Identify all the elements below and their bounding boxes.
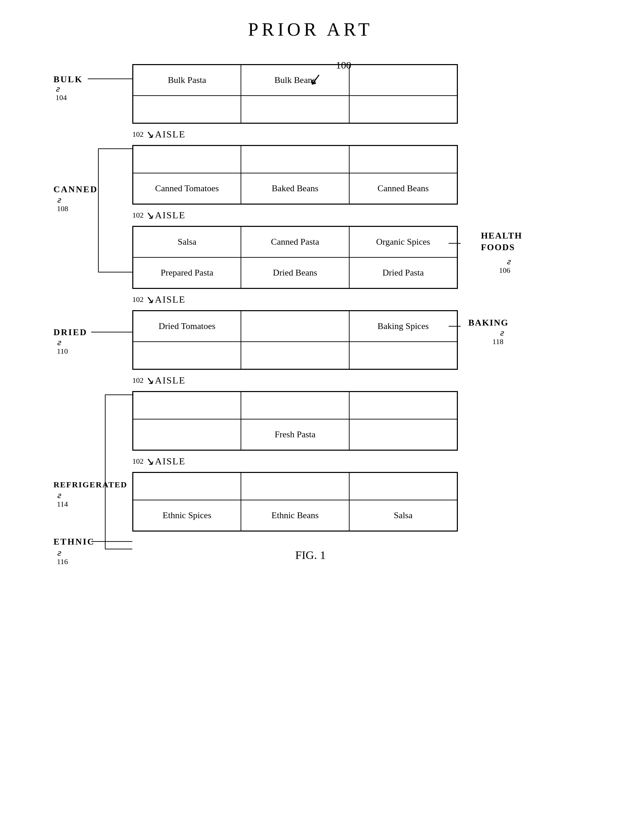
- prepared-pasta: Prepared Pasta: [133, 257, 241, 288]
- dried-pasta: Dried Pasta: [349, 257, 457, 288]
- bulk-label: BULK: [53, 74, 83, 85]
- aisle-4: 102 ↘ AISLE: [132, 374, 568, 387]
- canned-bracket-v: [98, 148, 99, 272]
- canned-top-empty3: [349, 146, 457, 173]
- canned-tomatoes: Canned Tomatoes: [133, 173, 241, 204]
- refrigerated-zigzag: ƨ: [57, 491, 61, 500]
- refrig-bracket-v: [105, 395, 106, 549]
- canned-ref: 108: [57, 204, 68, 213]
- refrigerated-label: REFRIGERATED: [53, 480, 127, 489]
- baking-arrow: [448, 326, 460, 327]
- refrigerated-shelf-top: Fresh Pasta: [132, 391, 458, 451]
- health-foods-label: HEALTHFOODS: [481, 230, 522, 253]
- bulk-cell-pasta: Bulk Pasta: [133, 65, 241, 95]
- canned-top-empty2: [241, 146, 349, 173]
- refrig-bracket-h-bot: [105, 549, 132, 549]
- canned-zigzag: ƨ: [57, 196, 61, 204]
- canned-shelf-top: Canned Tomatoes Baked Beans Canned Beans: [132, 145, 458, 204]
- organic-spices: Organic Spices: [349, 227, 457, 257]
- aisle-5: 102 ↘ AISLE: [132, 455, 568, 468]
- eth-empty3: [349, 472, 457, 500]
- fig-label: FIG. 1: [53, 549, 568, 562]
- canned-bracket-h-bot: [98, 272, 132, 272]
- bulk-arrow-line: [88, 79, 132, 79]
- refrigerated-ref: 114: [57, 500, 68, 509]
- dried-empty1: [133, 342, 241, 369]
- dried-ref: 110: [57, 347, 68, 356]
- dried-empty3: [349, 342, 457, 369]
- dried-shelf: Dried Tomatoes Baking Spices BAKING ƨ 11…: [132, 310, 458, 370]
- eth-empty2: [241, 472, 349, 500]
- bulk-cell-beans: Bulk Beans: [241, 65, 349, 95]
- canned-shelf-bottom: Salsa Canned Pasta Organic Spices Prepar…: [132, 226, 458, 289]
- fresh-pasta: Fresh Pasta: [241, 419, 349, 450]
- dried-beans: Dried Beans: [241, 257, 349, 288]
- ethnic-arrow-line: [91, 541, 132, 542]
- hf-arrow: [448, 243, 460, 244]
- refrigerated-section: Fresh Pasta 102 ↘ AISLE REFRIGERATED ƨ 1…: [53, 391, 568, 531]
- baked-beans: Baked Beans: [241, 173, 349, 204]
- ref-fresh-empty1: [133, 419, 241, 450]
- ethnic-shelf: Ethnic Spices Ethnic Beans Salsa: [132, 472, 458, 531]
- page-title: PRIOR ART: [0, 19, 621, 40]
- bulk-ref: 104: [56, 93, 67, 102]
- bulk-cell-empty4: [349, 95, 457, 123]
- ethnic-beans: Ethnic Beans: [241, 500, 349, 531]
- ref-top-empty3: [349, 392, 457, 419]
- bulk-zigzag: ƨ: [56, 85, 59, 94]
- ethnic-salsa: Salsa: [349, 500, 457, 531]
- health-foods-zigzag: ƨ: [506, 257, 510, 266]
- bulk-cell-empty2: [133, 95, 241, 123]
- baking-label: BAKING: [468, 318, 509, 328]
- ethnic-label: ETHNIC: [53, 537, 95, 547]
- baking-spices: Baking Spices: [349, 311, 457, 342]
- canned-label: CANNED: [53, 185, 98, 195]
- canned-pasta: Canned Pasta: [241, 227, 349, 257]
- salsa-cell: Salsa: [133, 227, 241, 257]
- dried-middle-empty: [241, 311, 349, 342]
- dried-arrow-line: [91, 332, 132, 333]
- eth-empty1: [133, 472, 241, 500]
- baking-zigzag: ƨ: [500, 328, 503, 338]
- aisle-2: 102 ↘ AISLE: [132, 209, 568, 222]
- bulk-section: BULK ƨ 104 Bulk Pasta Bulk Beans: [53, 64, 568, 124]
- canned-bracket-h-top: [98, 148, 132, 149]
- canned-top-empty1: [133, 146, 241, 173]
- ethnic-spices: Ethnic Spices: [133, 500, 241, 531]
- ethnic-ref: 116: [57, 557, 68, 566]
- dried-label: DRIED: [53, 327, 87, 338]
- ref-top-empty2: [241, 392, 349, 419]
- dried-empty2: [241, 342, 349, 369]
- refrig-bracket-h-top: [105, 395, 132, 395]
- dried-section: DRIED ƨ 110 Dried Tomatoes Baking Spices: [53, 310, 568, 370]
- ref-fresh-empty2: [349, 419, 457, 450]
- bulk-shelf: Bulk Pasta Bulk Beans: [132, 64, 458, 124]
- ref-top-empty1: [133, 392, 241, 419]
- ethnic-zigzag: ƨ: [57, 549, 61, 558]
- health-foods-ref: 106: [499, 266, 510, 275]
- bulk-cell-empty1: [349, 65, 457, 95]
- baking-ref: 118: [492, 337, 503, 346]
- dried-zigzag: ƨ: [57, 338, 61, 347]
- canned-section: CANNED ƨ 108 Canned Tomatoes Baked Beans…: [53, 145, 568, 289]
- aisle-1: 102 ↘ AISLE: [132, 128, 568, 141]
- aisle-3: 102 ↘ AISLE: [132, 293, 568, 306]
- dried-tomatoes: Dried Tomatoes: [133, 311, 241, 342]
- bulk-cell-empty3: [241, 95, 349, 123]
- canned-beans: Canned Beans: [349, 173, 457, 204]
